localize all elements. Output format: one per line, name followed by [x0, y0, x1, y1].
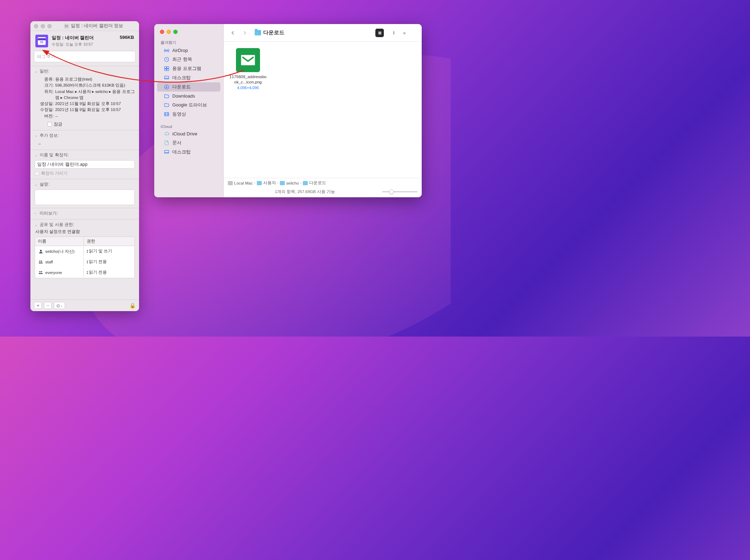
- group-icon: [38, 259, 44, 265]
- action-menu-button[interactable]: ⊙⌄: [54, 302, 65, 309]
- sharing-note: 사용자 설정으로 연결함: [35, 229, 135, 234]
- sidebar-item-label: iCloud Drive: [172, 131, 197, 136]
- sidebar-section-favorites: 즐겨찾기: [154, 39, 223, 46]
- permission-row[interactable]: everyone▴▾읽기 전용: [35, 267, 134, 278]
- permission-user: seilcho(나 자신): [45, 249, 75, 254]
- info-titlebar[interactable]: 31 일정 : 네이버 캘린더 정보: [30, 21, 139, 31]
- calendar-icon: 31: [38, 37, 46, 45]
- general-kind: 응용 프로그램(Intel): [55, 76, 135, 82]
- minimize-button[interactable]: [41, 24, 45, 28]
- section-nameext-header[interactable]: ⌄ 이름 및 확장자:: [35, 152, 135, 158]
- perm-header-name[interactable]: 이름: [35, 237, 84, 246]
- back-button[interactable]: [229, 29, 237, 37]
- chevron-down-icon: ⌄: [35, 153, 38, 157]
- close-button[interactable]: [34, 24, 38, 28]
- svg-rect-19: [165, 150, 169, 153]
- app-icon-well[interactable]: 31: [35, 35, 48, 47]
- section-comments-header[interactable]: ⌄ 설명:: [35, 181, 135, 187]
- sidebar-section-icloud: iCloud: [154, 123, 223, 129]
- filename-input[interactable]: [35, 160, 135, 169]
- file-name: 1175609_addressbook_c...icon.png: [229, 74, 267, 85]
- disk-icon: [228, 181, 233, 185]
- svg-rect-27: [242, 56, 254, 65]
- download-icon: [163, 84, 169, 90]
- path-segment[interactable]: 사용자: [257, 180, 276, 186]
- folder-icon: [280, 181, 285, 185]
- zoom-slider[interactable]: [382, 191, 417, 192]
- section-preview-header[interactable]: › 미리보기:: [35, 210, 135, 216]
- sidebar-item-label: 응용 프로그램: [172, 65, 201, 72]
- search-button[interactable]: [412, 31, 417, 34]
- comments-input[interactable]: [35, 189, 135, 205]
- sidebar-item-label: 데스크탑: [172, 75, 191, 81]
- permission-row[interactable]: seilcho(나 자신)▴▾읽기 및 쓰기: [35, 246, 134, 257]
- airdrop-icon: [163, 47, 169, 53]
- permission-row[interactable]: staff▴▾읽기 전용: [35, 257, 134, 267]
- desktop-icon: [163, 75, 169, 81]
- zoom-button[interactable]: [173, 30, 178, 34]
- sidebar-item-folder[interactable]: Downloads: [157, 92, 220, 100]
- app-modified: 수정일: 오늘 오후 10:57: [52, 42, 120, 47]
- forward-button[interactable]: [241, 29, 249, 37]
- sidebar-item-cloud[interactable]: iCloud Drive: [157, 129, 220, 138]
- person-icon: [38, 249, 44, 254]
- sidebar-item-label: 데스크탑: [172, 149, 191, 155]
- permission-select[interactable]: ▴▾읽기 전용: [87, 259, 132, 264]
- app-size: 596KB: [120, 35, 134, 40]
- path-bar[interactable]: Local Mac›사용자›seilcho›다운로드: [224, 178, 422, 188]
- sidebar-item-airdrop[interactable]: AirDrop: [157, 46, 220, 55]
- svg-point-1: [39, 261, 41, 262]
- path-segment[interactable]: seilcho: [280, 181, 299, 185]
- sidebar-item-clock[interactable]: 최근 항목: [157, 55, 220, 64]
- app-shortcut-button[interactable]: ▦: [373, 27, 386, 39]
- group-icon: [38, 270, 44, 275]
- finder-content[interactable]: 1175609_addressbook_c...icon.png 4,096×4…: [224, 42, 422, 178]
- more-button[interactable]: »: [400, 29, 408, 37]
- finder-window: 즐겨찾기 AirDrop최근 항목응용 프로그램데스크탑다운로드Download…: [154, 24, 422, 197]
- lock-icon[interactable]: 🔒: [129, 303, 135, 308]
- desktop-icon: [163, 149, 169, 155]
- add-button[interactable]: ＋: [34, 302, 42, 309]
- path-segment[interactable]: 다운로드: [303, 180, 326, 186]
- sidebar-item-apps[interactable]: 응용 프로그램: [157, 64, 220, 73]
- general-version: --: [55, 113, 135, 119]
- file-item[interactable]: 1175609_addressbook_c...icon.png 4,096×4…: [229, 48, 267, 90]
- folder-icon: [303, 181, 308, 185]
- view-mode-button[interactable]: ▴▾: [390, 29, 397, 36]
- perm-header-priv[interactable]: 권한: [84, 237, 134, 246]
- svg-point-3: [39, 271, 41, 273]
- permission-select[interactable]: ▴▾읽기 전용: [87, 270, 132, 275]
- location-title[interactable]: ↓ 다운로드: [255, 29, 284, 36]
- locked-label: 잠금: [54, 121, 62, 127]
- chevron-down-icon: ⌄: [35, 183, 38, 186]
- file-dimensions: 4,096×4,096: [229, 86, 267, 90]
- sidebar-item-folder[interactable]: Google 드라이브: [157, 100, 220, 110]
- zoom-button[interactable]: [47, 24, 52, 28]
- folder-icon: [163, 102, 169, 108]
- sidebar-item-desktop[interactable]: 데스크탑: [157, 147, 220, 157]
- sidebar-item-label: AirDrop: [172, 48, 188, 53]
- sidebar-item-doc[interactable]: 문서: [157, 138, 220, 147]
- hide-extension-checkbox[interactable]: [35, 171, 39, 176]
- section-more-header[interactable]: ⌄ 추가 정보:: [35, 133, 135, 139]
- section-general-header[interactable]: ⌄ 일반:: [35, 68, 135, 74]
- section-sharing-header[interactable]: ⌄ 공유 및 사용 권한:: [35, 222, 135, 228]
- clock-icon: [163, 57, 169, 63]
- path-segment[interactable]: Local Mac: [228, 181, 253, 185]
- sidebar-item-download[interactable]: 다운로드: [157, 82, 220, 92]
- chevron-right-icon: [242, 30, 248, 36]
- general-created: 2021년 11월 9일 화요일 오후 10:57: [55, 101, 135, 107]
- sidebar-item-label: Google 드라이브: [172, 102, 207, 108]
- hide-extension-label: 확장자 가리기: [41, 171, 68, 176]
- permission-select[interactable]: ▴▾읽기 및 쓰기: [87, 249, 132, 254]
- folder-icon: [163, 93, 169, 99]
- remove-button[interactable]: －: [44, 302, 52, 309]
- calendar-mini-icon: 31: [64, 24, 69, 29]
- tags-input[interactable]: 태그 추가...: [34, 51, 135, 62]
- sidebar-item-desktop[interactable]: 데스크탑: [157, 73, 220, 82]
- sidebar-item-movie[interactable]: 동영상: [157, 110, 220, 119]
- minimize-button[interactable]: [167, 30, 171, 34]
- close-button[interactable]: [160, 30, 164, 34]
- locked-checkbox[interactable]: [47, 122, 52, 127]
- svg-point-5: [166, 50, 167, 51]
